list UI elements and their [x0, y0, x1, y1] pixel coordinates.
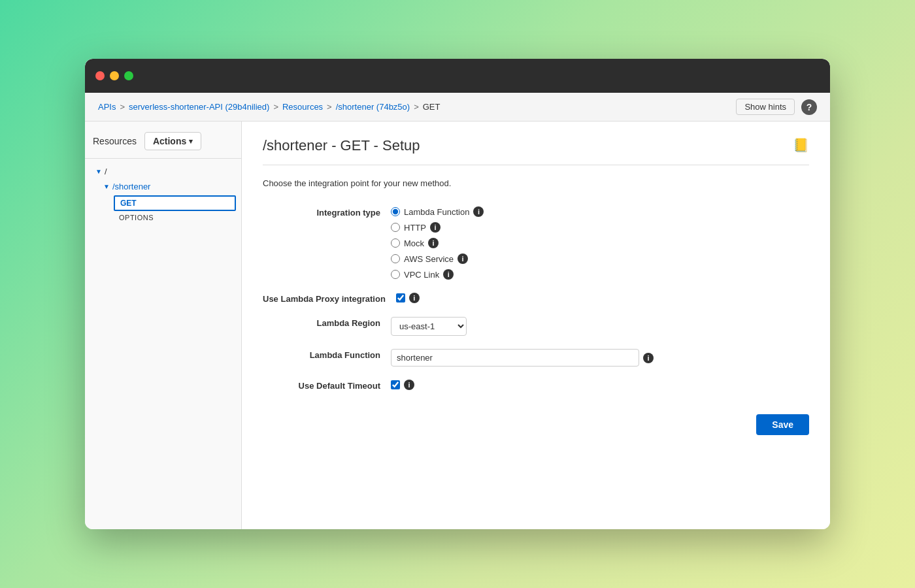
panel-divider: [263, 165, 809, 165]
breadcrumb-sep-2: >: [273, 102, 278, 112]
panel-title: /shortener - GET - Setup: [263, 137, 420, 154]
aws-info-icon[interactable]: i: [458, 253, 468, 264]
breadcrumb-api[interactable]: serverless-shortener-API (29b4nilied): [129, 102, 269, 112]
sidebar: Resources Actions ▼ / ▼ /shortener GET O…: [85, 122, 242, 529]
lambda-proxy-label: Use Lambda Proxy integration: [263, 293, 386, 304]
radio-mock-label: Mock: [404, 238, 424, 248]
lambda-function-label: Lambda Function: [263, 349, 380, 360]
app-window: APIs > serverless-shortener-API (29b4nil…: [85, 59, 830, 529]
close-button[interactable]: [95, 71, 105, 80]
sidebar-title: Resources: [93, 136, 137, 146]
panel-header: /shortener - GET - Setup 📒: [263, 137, 809, 154]
save-row: Save: [263, 414, 809, 435]
lambda-proxy-row: Use Lambda Proxy integration i: [263, 293, 809, 304]
default-timeout-info-icon[interactable]: i: [404, 380, 414, 390]
lambda-region-row: Lambda Region us-east-1 us-east-2 us-wes…: [263, 317, 809, 336]
radio-http-label: HTTP: [404, 223, 426, 233]
tree-root-arrow: ▼: [95, 168, 102, 175]
breadcrumb-actions: Show hints ?: [736, 99, 817, 115]
radio-aws-label: AWS Service: [404, 254, 454, 264]
lambda-proxy-checkbox[interactable]: [396, 293, 405, 302]
tree-root-label: /: [105, 167, 107, 176]
lambda-proxy-info-icon[interactable]: i: [409, 293, 420, 303]
default-timeout-checkbox[interactable]: [391, 380, 400, 389]
integration-type-row: Integration type Lambda Function i HTTP …: [263, 206, 809, 280]
radio-lambda[interactable]: Lambda Function i: [391, 206, 484, 217]
radio-http-input[interactable]: [391, 223, 400, 232]
tree-child-label: /shortener: [112, 182, 151, 191]
titlebar: [85, 59, 830, 93]
maximize-button[interactable]: [124, 71, 133, 80]
vpc-info-icon[interactable]: i: [443, 269, 454, 280]
tree-options-leaf[interactable]: OPTIONS: [114, 212, 236, 223]
radio-vpc[interactable]: VPC Link i: [391, 269, 484, 280]
panel-docs-icon[interactable]: 📒: [793, 137, 809, 153]
default-timeout-label: Use Default Timeout: [263, 380, 380, 391]
tree-shortener[interactable]: ▼ /shortener: [85, 179, 241, 194]
default-timeout-control: i: [391, 380, 414, 390]
radio-http[interactable]: HTTP i: [391, 222, 484, 233]
lambda-function-row: Lambda Function i: [263, 349, 809, 367]
radio-vpc-input[interactable]: [391, 270, 400, 279]
main-content: Resources Actions ▼ / ▼ /shortener GET O…: [85, 122, 830, 529]
mock-info-icon[interactable]: i: [428, 238, 439, 248]
radio-mock[interactable]: Mock i: [391, 238, 484, 248]
sidebar-header: Resources Actions: [85, 132, 241, 159]
help-icon[interactable]: ?: [801, 99, 817, 115]
lambda-region-label: Lambda Region: [263, 317, 380, 328]
tree-get-leaf[interactable]: GET: [114, 195, 236, 211]
radio-mock-input[interactable]: [391, 238, 400, 248]
content-panel: /shortener - GET - Setup 📒 Choose the in…: [242, 122, 830, 529]
integration-type-control: Lambda Function i HTTP i Mock i: [391, 206, 484, 280]
tree-root[interactable]: ▼ /: [85, 164, 241, 179]
radio-vpc-label: VPC Link: [404, 270, 439, 280]
breadcrumb-sep-1: >: [120, 102, 125, 112]
lambda-proxy-control: i: [396, 293, 420, 303]
lambda-region-select[interactable]: us-east-1 us-east-2 us-west-1 us-west-2 …: [391, 317, 467, 336]
actions-button[interactable]: Actions: [144, 132, 201, 150]
lambda-info-icon[interactable]: i: [473, 206, 484, 217]
form-section: Integration type Lambda Function i HTTP …: [263, 206, 809, 435]
radio-lambda-input[interactable]: [391, 207, 400, 216]
integration-type-label: Integration type: [263, 206, 380, 218]
radio-aws[interactable]: AWS Service i: [391, 253, 484, 264]
radio-aws-input[interactable]: [391, 254, 400, 263]
breadcrumb-bar: APIs > serverless-shortener-API (29b4nil…: [85, 93, 830, 122]
lambda-function-info-icon[interactable]: i: [643, 353, 654, 363]
breadcrumb-sep-4: >: [414, 102, 419, 112]
minimize-button[interactable]: [110, 71, 119, 80]
radio-lambda-label: Lambda Function: [404, 207, 469, 217]
panel-description: Choose the integration point for your ne…: [263, 178, 809, 188]
http-info-icon[interactable]: i: [430, 222, 441, 233]
lambda-region-control: us-east-1 us-east-2 us-west-1 us-west-2 …: [391, 317, 467, 336]
show-hints-button[interactable]: Show hints: [736, 99, 795, 115]
lambda-function-input[interactable]: [391, 349, 639, 367]
breadcrumb-shortener[interactable]: /shortener (74bz5o): [336, 102, 410, 112]
save-button[interactable]: Save: [756, 414, 809, 435]
breadcrumb-apis[interactable]: APIs: [98, 102, 116, 112]
breadcrumb-current: GET: [423, 102, 441, 112]
lambda-function-control: i: [391, 349, 654, 367]
breadcrumb-sep-3: >: [327, 102, 332, 112]
breadcrumb-resources[interactable]: Resources: [282, 102, 323, 112]
default-timeout-row: Use Default Timeout i: [263, 380, 809, 391]
tree-child-arrow: ▼: [103, 183, 110, 190]
